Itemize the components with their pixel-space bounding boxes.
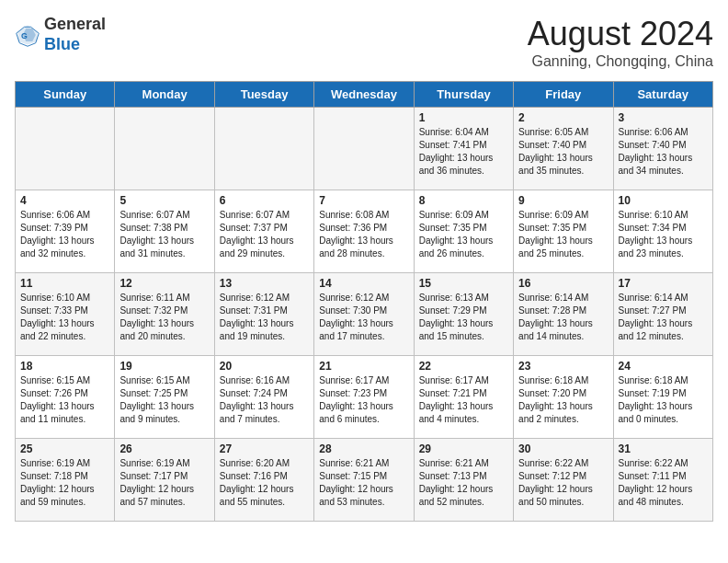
day-info: Sunrise: 6:18 AM Sunset: 7:20 PM Dayligh…: [518, 374, 608, 426]
weekday-header-saturday: Saturday: [613, 82, 712, 108]
day-number: 26: [119, 442, 209, 455]
day-number: 14: [319, 277, 408, 290]
day-number: 21: [319, 360, 408, 373]
day-number: 5: [119, 194, 209, 207]
calendar-cell: 14Sunrise: 6:12 AM Sunset: 7:30 PM Dayli…: [314, 273, 414, 356]
day-info: Sunrise: 6:07 AM Sunset: 7:37 PM Dayligh…: [220, 209, 309, 260]
page-header: G General Blue August 2024 Ganning, Chon…: [15, 15, 713, 70]
day-info: Sunrise: 6:10 AM Sunset: 7:33 PM Dayligh…: [20, 292, 109, 343]
day-info: Sunrise: 6:09 AM Sunset: 7:35 PM Dayligh…: [419, 209, 508, 260]
calendar-header-row: SundayMondayTuesdayWednesdayThursdayFrid…: [16, 82, 713, 108]
calendar-cell: 10Sunrise: 6:10 AM Sunset: 7:34 PM Dayli…: [613, 190, 712, 273]
day-number: 23: [518, 360, 608, 373]
calendar-week-row: 1Sunrise: 6:04 AM Sunset: 7:41 PM Daylig…: [16, 108, 713, 190]
day-number: 2: [518, 111, 608, 124]
day-number: 17: [619, 277, 708, 290]
day-info: Sunrise: 6:12 AM Sunset: 7:30 PM Dayligh…: [319, 292, 408, 343]
day-number: 28: [319, 442, 408, 455]
day-number: 1: [419, 111, 508, 124]
day-info: Sunrise: 6:07 AM Sunset: 7:38 PM Dayligh…: [119, 209, 209, 260]
location-subtitle: Ganning, Chongqing, China: [528, 53, 713, 70]
day-info: Sunrise: 6:22 AM Sunset: 7:12 PM Dayligh…: [518, 457, 608, 509]
day-number: 13: [220, 277, 309, 290]
weekday-header-wednesday: Wednesday: [314, 82, 414, 108]
calendar-cell: 16Sunrise: 6:14 AM Sunset: 7:28 PM Dayli…: [514, 273, 613, 356]
day-info: Sunrise: 6:06 AM Sunset: 7:39 PM Dayligh…: [20, 209, 109, 260]
day-number: 7: [319, 194, 408, 207]
day-number: 3: [619, 111, 708, 124]
day-info: Sunrise: 6:06 AM Sunset: 7:40 PM Dayligh…: [619, 126, 708, 178]
day-number: 8: [419, 194, 508, 207]
day-info: Sunrise: 6:22 AM Sunset: 7:11 PM Dayligh…: [619, 457, 708, 509]
calendar-cell: [214, 108, 313, 190]
title-area: August 2024 Ganning, Chongqing, China: [528, 15, 713, 70]
calendar-week-row: 25Sunrise: 6:19 AM Sunset: 7:18 PM Dayli…: [16, 439, 713, 522]
day-info: Sunrise: 6:20 AM Sunset: 7:16 PM Dayligh…: [220, 457, 309, 509]
calendar-cell: 15Sunrise: 6:13 AM Sunset: 7:29 PM Dayli…: [414, 273, 513, 356]
calendar-cell: 31Sunrise: 6:22 AM Sunset: 7:11 PM Dayli…: [613, 439, 712, 522]
day-info: Sunrise: 6:11 AM Sunset: 7:32 PM Dayligh…: [119, 292, 209, 343]
calendar-cell: 18Sunrise: 6:15 AM Sunset: 7:26 PM Dayli…: [16, 356, 115, 439]
day-number: 4: [20, 194, 109, 207]
calendar-cell: 13Sunrise: 6:12 AM Sunset: 7:31 PM Dayli…: [214, 273, 313, 356]
day-info: Sunrise: 6:04 AM Sunset: 7:41 PM Dayligh…: [419, 126, 508, 178]
day-number: 18: [20, 360, 109, 373]
svg-text:G: G: [21, 30, 28, 40]
day-number: 24: [619, 360, 708, 373]
calendar-cell: 27Sunrise: 6:20 AM Sunset: 7:16 PM Dayli…: [214, 439, 313, 522]
day-info: Sunrise: 6:15 AM Sunset: 7:26 PM Dayligh…: [20, 374, 109, 426]
day-number: 16: [518, 277, 608, 290]
day-info: Sunrise: 6:14 AM Sunset: 7:27 PM Dayligh…: [619, 292, 708, 343]
day-number: 22: [419, 360, 508, 373]
day-number: 12: [119, 277, 209, 290]
calendar-cell: 9Sunrise: 6:09 AM Sunset: 7:35 PM Daylig…: [514, 190, 613, 273]
calendar-cell: [16, 108, 115, 190]
day-info: Sunrise: 6:18 AM Sunset: 7:19 PM Dayligh…: [619, 374, 708, 426]
day-info: Sunrise: 6:09 AM Sunset: 7:35 PM Dayligh…: [518, 209, 608, 260]
calendar-cell: 5Sunrise: 6:07 AM Sunset: 7:38 PM Daylig…: [115, 190, 214, 273]
day-info: Sunrise: 6:10 AM Sunset: 7:34 PM Dayligh…: [619, 209, 708, 260]
logo-icon: G: [15, 22, 40, 48]
calendar-week-row: 18Sunrise: 6:15 AM Sunset: 7:26 PM Dayli…: [16, 356, 713, 439]
day-number: 10: [619, 194, 708, 207]
logo: G General Blue: [15, 15, 106, 54]
day-info: Sunrise: 6:13 AM Sunset: 7:29 PM Dayligh…: [419, 292, 508, 343]
calendar-cell: 28Sunrise: 6:21 AM Sunset: 7:15 PM Dayli…: [314, 439, 414, 522]
day-number: 19: [119, 360, 209, 373]
calendar-cell: 17Sunrise: 6:14 AM Sunset: 7:27 PM Dayli…: [613, 273, 712, 356]
calendar-cell: 2Sunrise: 6:05 AM Sunset: 7:40 PM Daylig…: [514, 108, 613, 190]
calendar-cell: 30Sunrise: 6:22 AM Sunset: 7:12 PM Dayli…: [514, 439, 613, 522]
calendar-cell: [314, 108, 414, 190]
calendar-week-row: 11Sunrise: 6:10 AM Sunset: 7:33 PM Dayli…: [16, 273, 713, 356]
logo-blue-text: Blue: [44, 35, 80, 53]
calendar-cell: 25Sunrise: 6:19 AM Sunset: 7:18 PM Dayli…: [16, 439, 115, 522]
day-number: 27: [220, 442, 309, 455]
calendar-cell: 24Sunrise: 6:18 AM Sunset: 7:19 PM Dayli…: [613, 356, 712, 439]
weekday-header-friday: Friday: [514, 82, 613, 108]
day-info: Sunrise: 6:21 AM Sunset: 7:15 PM Dayligh…: [319, 457, 408, 509]
day-info: Sunrise: 6:15 AM Sunset: 7:25 PM Dayligh…: [119, 374, 209, 426]
day-info: Sunrise: 6:12 AM Sunset: 7:31 PM Dayligh…: [220, 292, 309, 343]
day-info: Sunrise: 6:08 AM Sunset: 7:36 PM Dayligh…: [319, 209, 408, 260]
calendar-cell: 29Sunrise: 6:21 AM Sunset: 7:13 PM Dayli…: [414, 439, 513, 522]
month-year-title: August 2024: [528, 15, 713, 53]
calendar-cell: 7Sunrise: 6:08 AM Sunset: 7:36 PM Daylig…: [314, 190, 414, 273]
calendar-cell: 19Sunrise: 6:15 AM Sunset: 7:25 PM Dayli…: [115, 356, 214, 439]
weekday-header-monday: Monday: [115, 82, 214, 108]
calendar-week-row: 4Sunrise: 6:06 AM Sunset: 7:39 PM Daylig…: [16, 190, 713, 273]
day-info: Sunrise: 6:17 AM Sunset: 7:21 PM Dayligh…: [419, 374, 508, 426]
weekday-header-tuesday: Tuesday: [214, 82, 313, 108]
calendar-cell: [115, 108, 214, 190]
calendar-cell: 26Sunrise: 6:19 AM Sunset: 7:17 PM Dayli…: [115, 439, 214, 522]
day-info: Sunrise: 6:19 AM Sunset: 7:18 PM Dayligh…: [20, 457, 109, 509]
day-number: 15: [419, 277, 508, 290]
day-info: Sunrise: 6:16 AM Sunset: 7:24 PM Dayligh…: [220, 374, 309, 426]
day-info: Sunrise: 6:14 AM Sunset: 7:28 PM Dayligh…: [518, 292, 608, 343]
calendar-cell: 21Sunrise: 6:17 AM Sunset: 7:23 PM Dayli…: [314, 356, 414, 439]
calendar-cell: 6Sunrise: 6:07 AM Sunset: 7:37 PM Daylig…: [214, 190, 313, 273]
calendar-cell: 3Sunrise: 6:06 AM Sunset: 7:40 PM Daylig…: [613, 108, 712, 190]
calendar-cell: 23Sunrise: 6:18 AM Sunset: 7:20 PM Dayli…: [514, 356, 613, 439]
day-number: 29: [419, 442, 508, 455]
weekday-header-thursday: Thursday: [414, 82, 513, 108]
day-number: 6: [220, 194, 309, 207]
